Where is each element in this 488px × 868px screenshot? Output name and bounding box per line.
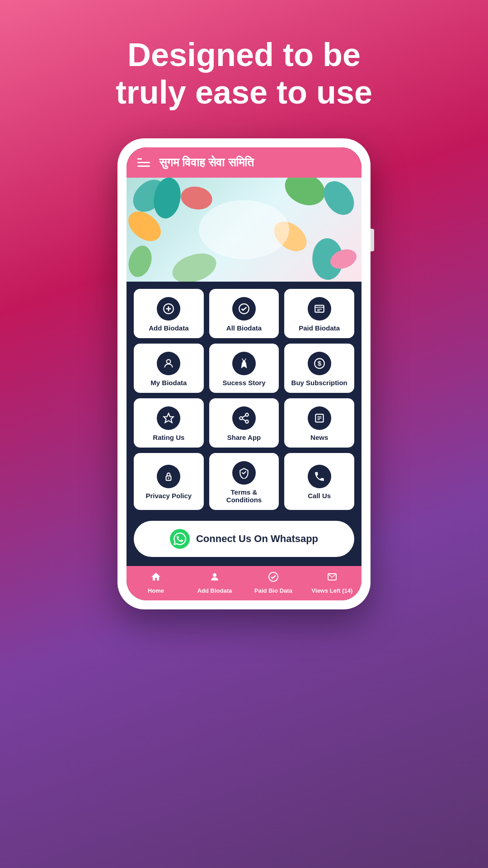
grid-item-all-biodata[interactable]: All Biodata [209, 289, 279, 338]
grid-item-add-biodata[interactable]: Add Biodata [134, 289, 204, 338]
app-header: सुगम विवाह सेवा समिति [127, 147, 361, 178]
add-biodata-nav-icon [209, 571, 220, 585]
grid-item-sucess-story[interactable]: Sucess Story [209, 344, 279, 393]
svg-line-17 [242, 415, 245, 417]
grid-item-terms-conditions[interactable]: Terms & Conditions [209, 453, 279, 510]
bottom-nav: Home Add Biodata Paid Bio Data Views Lef… [127, 566, 361, 600]
svg-rect-4 [315, 305, 324, 312]
sucess-story-icon [232, 352, 256, 375]
nav-item-paid-bio-data[interactable]: Paid Bio Data [244, 571, 303, 594]
side-button [371, 229, 374, 251]
privacy-policy-label: Privacy Policy [145, 492, 192, 500]
add-biodata-icon [157, 297, 180, 321]
svg-point-14 [239, 416, 243, 420]
home-nav-label: Home [148, 587, 164, 594]
whatsapp-label: Connect Us On Whatsapp [196, 533, 318, 545]
call-us-icon [308, 465, 331, 488]
grid-item-buy-subscription[interactable]: $ Buy Subscription [284, 344, 354, 393]
svg-point-23 [168, 477, 169, 479]
all-biodata-label: All Biodata [226, 324, 262, 332]
grid-item-share-app[interactable]: Share App [209, 398, 279, 448]
buy-subscription-icon: $ [308, 352, 331, 375]
paid-bio-data-nav-label: Paid Bio Data [254, 587, 292, 594]
grid-item-privacy-policy[interactable]: Privacy Policy [134, 453, 204, 510]
whatsapp-button[interactable]: Connect Us On Whatsapp [134, 521, 354, 557]
paid-biodata-label: Paid Biodata [299, 324, 340, 332]
phone-mockup: सुगम विवाह सेवा समिति Add Biodata [117, 138, 371, 609]
leaf-decoration [127, 242, 158, 281]
paid-bio-data-nav-icon [268, 571, 279, 585]
add-biodata-nav-label: Add Biodata [197, 587, 232, 594]
nav-item-add-biodata[interactable]: Add Biodata [185, 571, 244, 594]
leaf-decoration [320, 178, 358, 220]
svg-point-8 [167, 359, 171, 363]
hamburger-menu[interactable] [137, 158, 150, 167]
add-biodata-label: Add Biodata [149, 324, 188, 332]
leaf-decoration [179, 184, 214, 212]
home-nav-icon [150, 571, 161, 585]
banner [127, 178, 361, 282]
my-biodata-label: My Biodata [150, 379, 187, 387]
svg-line-25 [244, 471, 246, 473]
headline: Designed to be truly ease to use [89, 36, 399, 111]
svg-point-15 [245, 420, 249, 423]
svg-marker-12 [164, 413, 174, 423]
grid-item-my-biodata[interactable]: My Biodata [134, 344, 204, 393]
grid-item-news[interactable]: News [284, 398, 354, 448]
grid-item-paid-biodata[interactable]: Paid Biodata [284, 289, 354, 338]
headline-text: Designed to be truly ease to use [116, 36, 372, 111]
my-biodata-icon [157, 352, 180, 375]
whatsapp-section: Connect Us On Whatsapp [127, 517, 361, 566]
grid-item-rating-us[interactable]: Rating Us [134, 398, 204, 448]
share-app-label: Share App [227, 434, 261, 441]
phone-screen: सुगम विवाह सेवा समिति Add Biodata [127, 147, 361, 600]
sucess-story-label: Sucess Story [222, 379, 265, 387]
call-us-label: Call Us [308, 492, 331, 500]
svg-line-16 [242, 419, 245, 420]
buy-subscription-label: Buy Subscription [291, 379, 347, 387]
share-app-icon [232, 406, 256, 430]
views-left-nav-label: Views Left (14) [312, 587, 353, 594]
news-label: News [310, 434, 328, 441]
nav-item-views-left[interactable]: Views Left (14) [303, 571, 361, 594]
leaf-decoration [279, 178, 331, 214]
terms-conditions-label: Terms & Conditions [214, 488, 275, 504]
nav-item-home[interactable]: Home [127, 571, 185, 594]
headline-line2: truly ease to use [116, 74, 372, 110]
headline-line1: Designed to be [127, 37, 361, 73]
svg-point-26 [213, 573, 216, 577]
news-icon [308, 406, 331, 430]
all-biodata-icon [232, 297, 256, 321]
whatsapp-icon [170, 529, 190, 549]
leaf-decoration [170, 250, 219, 281]
grid-item-call-us[interactable]: Call Us [284, 453, 354, 510]
rating-us-label: Rating Us [153, 434, 184, 441]
banner-center [199, 200, 289, 259]
svg-text:$: $ [317, 359, 321, 367]
privacy-policy-icon [157, 465, 180, 488]
rating-us-icon [157, 406, 180, 430]
app-title: सुगम विवाह सेवा समिति [159, 156, 254, 170]
terms-conditions-icon [232, 461, 256, 485]
svg-point-13 [245, 413, 249, 416]
views-left-nav-icon [327, 571, 338, 585]
paid-biodata-icon [308, 297, 331, 321]
menu-grid: Add Biodata All Biodata Paid Biodata My … [127, 282, 361, 517]
